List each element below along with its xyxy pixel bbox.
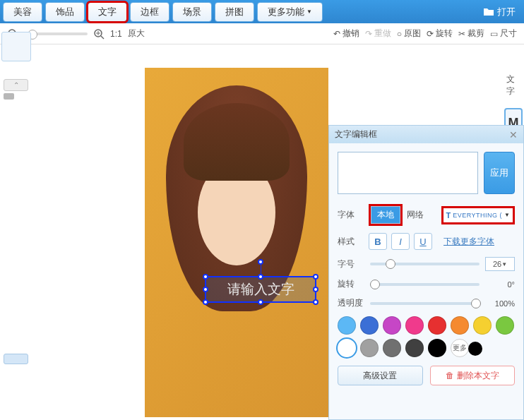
color-swatch[interactable] — [496, 316, 514, 335]
color-swatch[interactable] — [405, 339, 424, 357]
font-label: 字体 — [338, 209, 364, 221]
tab-more-label: 更多功能 — [268, 6, 304, 18]
rotate-slider[interactable] — [370, 283, 480, 286]
resize-handle-bm[interactable] — [258, 299, 263, 305]
ruler-icon: ▭ — [490, 29, 498, 39]
size-slider[interactable] — [370, 263, 480, 265]
ruler-button[interactable]: ▭尺寸 — [490, 28, 517, 40]
rotate-label: 旋转 — [436, 28, 453, 40]
italic-button[interactable]: I — [391, 233, 410, 250]
open-label: 打开 — [497, 6, 516, 18]
color-swatch[interactable] — [360, 339, 379, 357]
color-swatch-selected[interactable] — [338, 339, 356, 357]
undo-button[interactable]: ↶撤销 — [333, 28, 359, 40]
tab-decoration[interactable]: 饰品 — [45, 2, 85, 22]
resize-handle-mr[interactable] — [313, 287, 318, 292]
slider-thumb[interactable] — [370, 280, 380, 289]
text-icon: T — [446, 211, 451, 220]
color-swatch[interactable] — [451, 316, 469, 335]
apply-button[interactable]: 应用 — [484, 152, 515, 194]
color-swatch[interactable] — [383, 316, 401, 335]
bold-button[interactable]: B — [369, 233, 387, 250]
redo-button[interactable]: ↷重做 — [365, 28, 391, 40]
panel-title: 文字编辑框 — [335, 128, 377, 140]
color-swatch[interactable] — [383, 339, 401, 357]
resize-handle-tm[interactable] — [258, 274, 263, 280]
color-swatch[interactable] — [405, 316, 424, 335]
rotate-line — [261, 265, 261, 275]
left-sidebar: ⌃ — [0, 44, 32, 419]
crop-label: 裁剪 — [468, 28, 484, 40]
scroll-up-button[interactable]: ⌃ — [4, 79, 28, 91]
text-input[interactable] — [338, 152, 478, 194]
scissors-icon: ✂ — [458, 29, 465, 39]
rotate-icon: ⟳ — [427, 29, 434, 39]
svg-line-4 — [101, 36, 104, 39]
photo-content — [184, 103, 290, 181]
chevron-down-icon: ▼ — [501, 261, 507, 268]
font-select-dropdown[interactable]: T EVERYTHING ( ▼ — [441, 206, 516, 224]
undo-icon: ↶ — [333, 29, 340, 39]
resize-handle-tl[interactable] — [203, 274, 208, 280]
font-select-value: EVERYTHING ( — [453, 212, 502, 219]
tab-text[interactable]: 文字 — [88, 2, 127, 22]
text-editor-panel: 文字编辑框 ✕ 应用 字体 本地 网络 T EVERYTHING ( ▼ 样式 … — [328, 125, 524, 420]
download-fonts-link[interactable]: 下载更多字体 — [443, 236, 494, 248]
rotate-label: 旋转 — [338, 278, 364, 290]
opacity-value: 100% — [485, 299, 515, 308]
color-swatch[interactable] — [428, 339, 446, 357]
size-value-box[interactable]: 26 ▼ — [485, 257, 515, 271]
resize-handle-tr[interactable] — [313, 274, 318, 280]
advanced-settings-button[interactable]: 高级设置 — [338, 366, 423, 385]
resize-handle-bl[interactable] — [203, 299, 208, 305]
color-swatch[interactable] — [338, 316, 356, 335]
trash-icon: 🗑 — [446, 371, 454, 380]
font-network-tab[interactable]: 网络 — [407, 209, 424, 221]
rotate-button[interactable]: ⟳旋转 — [427, 28, 453, 40]
slider-thumb[interactable] — [471, 299, 481, 308]
resize-handle-br[interactable] — [313, 299, 318, 305]
original-image-button[interactable]: ○原图 — [397, 28, 421, 40]
opacity-label: 透明度 — [338, 297, 364, 309]
tab-more[interactable]: 更多功能▼ — [257, 2, 323, 22]
ruler-label: 尺寸 — [500, 28, 517, 40]
right-tab-text[interactable]: 文字 — [504, 70, 524, 101]
open-button[interactable]: 打开 — [483, 6, 523, 18]
photo-canvas[interactable] — [145, 68, 328, 417]
tab-beauty[interactable]: 美容 — [3, 2, 42, 22]
color-swatch[interactable] — [360, 316, 379, 335]
redo-label: 重做 — [374, 28, 391, 40]
folder-icon — [483, 7, 494, 17]
tab-collage[interactable]: 拼图 — [215, 2, 254, 22]
chevron-down-icon: ▼ — [504, 212, 510, 218]
color-palette: 更多 — [338, 316, 515, 357]
more-colors-button[interactable]: 更多 — [451, 339, 469, 357]
zoom-toolbar: 1:1 原大 ↶撤销 ↷重做 ○原图 ⟳旋转 ✂裁剪 ▭尺寸 — [0, 23, 524, 44]
sidebar-bottom-button[interactable] — [4, 354, 28, 364]
rotate-value: 0° — [485, 280, 515, 289]
text-overlay-box[interactable]: 请输入文字 — [205, 276, 316, 303]
rotate-handle[interactable] — [258, 259, 263, 265]
thumbnail-item[interactable] — [4, 93, 14, 100]
undo-label: 撤销 — [343, 28, 359, 40]
slider-thumb[interactable] — [386, 259, 395, 269]
chevron-down-icon: ▼ — [306, 8, 312, 15]
opacity-slider[interactable] — [370, 302, 480, 305]
underline-button[interactable]: U — [414, 233, 432, 250]
panel-header: 文字编辑框 ✕ — [329, 125, 523, 143]
zoom-in-icon[interactable] — [93, 28, 105, 40]
redo-icon: ↷ — [365, 29, 372, 39]
thumbnail-main[interactable] — [1, 32, 31, 61]
close-icon[interactable]: ✕ — [509, 129, 518, 140]
delete-text-button[interactable]: 🗑 删除本文字 — [430, 366, 516, 385]
color-swatch[interactable] — [428, 316, 446, 335]
zoom-slider[interactable] — [24, 32, 88, 35]
zoom-ratio: 1:1 — [110, 29, 122, 39]
resize-handle-ml[interactable] — [203, 287, 208, 292]
font-local-tab[interactable]: 本地 — [371, 206, 400, 224]
crop-button[interactable]: ✂裁剪 — [458, 28, 484, 40]
tab-scene[interactable]: 场景 — [172, 2, 212, 22]
zoom-original[interactable]: 原大 — [128, 28, 145, 40]
color-swatch[interactable] — [473, 316, 492, 335]
tab-border[interactable]: 边框 — [130, 2, 169, 22]
